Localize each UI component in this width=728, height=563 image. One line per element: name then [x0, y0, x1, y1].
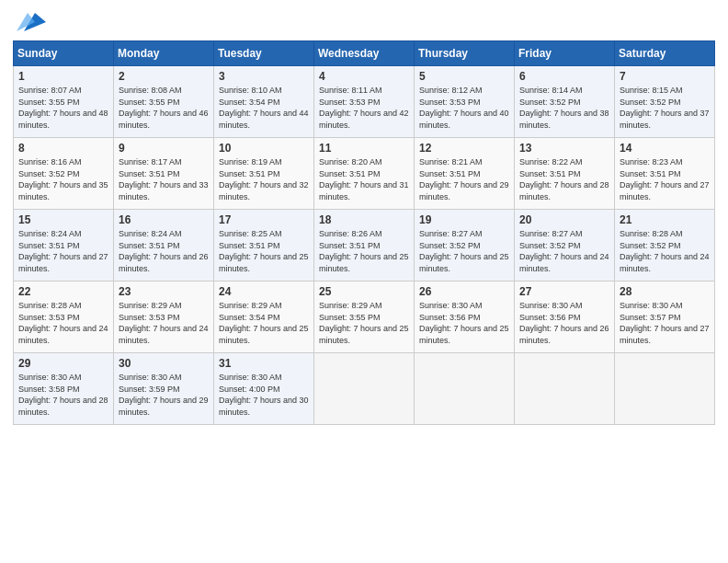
calendar-cell — [415, 353, 515, 425]
header — [13, 9, 715, 35]
page-container: SundayMondayTuesdayWednesdayThursdayFrid… — [0, 0, 728, 434]
day-number: 5 — [419, 70, 509, 83]
header-row: SundayMondayTuesdayWednesdayThursdayFrid… — [14, 41, 715, 66]
calendar-cell: 5Sunrise: 8:12 AMSunset: 3:53 PMDaylight… — [415, 66, 515, 138]
day-info: Sunrise: 8:11 AMSunset: 3:53 PMDaylight:… — [319, 85, 409, 131]
logo — [13, 9, 46, 35]
calendar-cell: 6Sunrise: 8:14 AMSunset: 3:52 PMDaylight… — [515, 66, 615, 138]
calendar-cell: 21Sunrise: 8:28 AMSunset: 3:52 PMDayligh… — [615, 210, 715, 282]
calendar-week-row: 15Sunrise: 8:24 AMSunset: 3:51 PMDayligh… — [14, 210, 715, 282]
calendar-cell: 23Sunrise: 8:29 AMSunset: 3:53 PMDayligh… — [114, 282, 214, 353]
day-number: 1 — [18, 70, 108, 83]
calendar-cell: 20Sunrise: 8:27 AMSunset: 3:52 PMDayligh… — [515, 210, 615, 282]
day-number: 29 — [18, 357, 108, 370]
day-info: Sunrise: 8:15 AMSunset: 3:52 PMDaylight:… — [620, 85, 710, 131]
calendar-cell: 18Sunrise: 8:26 AMSunset: 3:51 PMDayligh… — [314, 210, 415, 282]
day-info: Sunrise: 8:08 AMSunset: 3:55 PMDaylight:… — [119, 85, 209, 131]
day-number: 14 — [620, 142, 710, 155]
day-number: 26 — [419, 285, 509, 298]
day-of-week-header: Saturday — [615, 41, 715, 66]
day-number: 15 — [18, 213, 108, 226]
day-info: Sunrise: 8:29 AMSunset: 3:54 PMDaylight:… — [219, 300, 309, 346]
calendar-cell: 28Sunrise: 8:30 AMSunset: 3:57 PMDayligh… — [615, 282, 715, 353]
day-number: 9 — [119, 142, 209, 155]
day-info: Sunrise: 8:28 AMSunset: 3:52 PMDaylight:… — [620, 228, 710, 274]
day-info: Sunrise: 8:24 AMSunset: 3:51 PMDaylight:… — [18, 228, 108, 274]
calendar-cell: 8Sunrise: 8:16 AMSunset: 3:52 PMDaylight… — [14, 138, 114, 210]
day-number: 4 — [319, 70, 409, 83]
calendar-cell: 7Sunrise: 8:15 AMSunset: 3:52 PMDaylight… — [615, 66, 715, 138]
day-info: Sunrise: 8:22 AMSunset: 3:51 PMDaylight:… — [519, 156, 609, 202]
day-number: 23 — [119, 285, 209, 298]
day-info: Sunrise: 8:29 AMSunset: 3:53 PMDaylight:… — [119, 300, 209, 346]
logo-icon — [17, 9, 46, 35]
day-number: 19 — [419, 213, 509, 226]
calendar-week-row: 22Sunrise: 8:28 AMSunset: 3:53 PMDayligh… — [14, 282, 715, 353]
calendar-cell: 30Sunrise: 8:30 AMSunset: 3:59 PMDayligh… — [114, 353, 214, 425]
day-info: Sunrise: 8:28 AMSunset: 3:53 PMDaylight:… — [18, 300, 108, 346]
day-info: Sunrise: 8:30 AMSunset: 4:00 PMDaylight:… — [219, 372, 309, 418]
day-info: Sunrise: 8:12 AMSunset: 3:53 PMDaylight:… — [419, 85, 509, 131]
day-info: Sunrise: 8:23 AMSunset: 3:51 PMDaylight:… — [620, 156, 710, 202]
day-info: Sunrise: 8:20 AMSunset: 3:51 PMDaylight:… — [319, 156, 409, 202]
day-info: Sunrise: 8:10 AMSunset: 3:54 PMDaylight:… — [219, 85, 309, 131]
day-number: 17 — [219, 213, 309, 226]
calendar-cell: 12Sunrise: 8:21 AMSunset: 3:51 PMDayligh… — [415, 138, 515, 210]
day-info: Sunrise: 8:30 AMSunset: 3:57 PMDaylight:… — [620, 300, 710, 346]
day-number: 8 — [18, 142, 108, 155]
day-info: Sunrise: 8:07 AMSunset: 3:55 PMDaylight:… — [18, 85, 108, 131]
day-number: 3 — [219, 70, 309, 83]
day-info: Sunrise: 8:26 AMSunset: 3:51 PMDaylight:… — [319, 228, 409, 274]
day-of-week-header: Tuesday — [214, 41, 314, 66]
calendar-cell: 15Sunrise: 8:24 AMSunset: 3:51 PMDayligh… — [14, 210, 114, 282]
calendar-cell: 10Sunrise: 8:19 AMSunset: 3:51 PMDayligh… — [214, 138, 314, 210]
day-number: 21 — [620, 213, 710, 226]
calendar-cell: 3Sunrise: 8:10 AMSunset: 3:54 PMDaylight… — [214, 66, 314, 138]
day-info: Sunrise: 8:17 AMSunset: 3:51 PMDaylight:… — [119, 156, 209, 202]
day-info: Sunrise: 8:27 AMSunset: 3:52 PMDaylight:… — [519, 228, 609, 274]
calendar-cell: 19Sunrise: 8:27 AMSunset: 3:52 PMDayligh… — [415, 210, 515, 282]
calendar-cell: 27Sunrise: 8:30 AMSunset: 3:56 PMDayligh… — [515, 282, 615, 353]
day-info: Sunrise: 8:30 AMSunset: 3:58 PMDaylight:… — [18, 372, 108, 418]
calendar-cell: 29Sunrise: 8:30 AMSunset: 3:58 PMDayligh… — [14, 353, 114, 425]
day-info: Sunrise: 8:29 AMSunset: 3:55 PMDaylight:… — [319, 300, 409, 346]
day-number: 18 — [319, 213, 409, 226]
day-info: Sunrise: 8:24 AMSunset: 3:51 PMDaylight:… — [119, 228, 209, 274]
calendar-week-row: 29Sunrise: 8:30 AMSunset: 3:58 PMDayligh… — [14, 353, 715, 425]
day-number: 2 — [119, 70, 209, 83]
day-number: 20 — [519, 213, 609, 226]
calendar-cell: 17Sunrise: 8:25 AMSunset: 3:51 PMDayligh… — [214, 210, 314, 282]
day-number: 11 — [319, 142, 409, 155]
day-number: 28 — [620, 285, 710, 298]
calendar-cell: 16Sunrise: 8:24 AMSunset: 3:51 PMDayligh… — [114, 210, 214, 282]
day-number: 13 — [519, 142, 609, 155]
day-of-week-header: Sunday — [14, 41, 114, 66]
calendar-cell: 1Sunrise: 8:07 AMSunset: 3:55 PMDaylight… — [14, 66, 114, 138]
calendar-cell: 9Sunrise: 8:17 AMSunset: 3:51 PMDaylight… — [114, 138, 214, 210]
day-number: 31 — [219, 357, 309, 370]
day-info: Sunrise: 8:27 AMSunset: 3:52 PMDaylight:… — [419, 228, 509, 274]
day-info: Sunrise: 8:21 AMSunset: 3:51 PMDaylight:… — [419, 156, 509, 202]
calendar-cell: 22Sunrise: 8:28 AMSunset: 3:53 PMDayligh… — [14, 282, 114, 353]
calendar-cell — [515, 353, 615, 425]
calendar-cell: 11Sunrise: 8:20 AMSunset: 3:51 PMDayligh… — [314, 138, 415, 210]
calendar-cell: 24Sunrise: 8:29 AMSunset: 3:54 PMDayligh… — [214, 282, 314, 353]
day-number: 25 — [319, 285, 409, 298]
calendar-cell: 14Sunrise: 8:23 AMSunset: 3:51 PMDayligh… — [615, 138, 715, 210]
day-number: 10 — [219, 142, 309, 155]
day-number: 12 — [419, 142, 509, 155]
day-of-week-header: Wednesday — [314, 41, 415, 66]
calendar-cell: 2Sunrise: 8:08 AMSunset: 3:55 PMDaylight… — [114, 66, 214, 138]
calendar-week-row: 8Sunrise: 8:16 AMSunset: 3:52 PMDaylight… — [14, 138, 715, 210]
day-info: Sunrise: 8:25 AMSunset: 3:51 PMDaylight:… — [219, 228, 309, 274]
day-info: Sunrise: 8:30 AMSunset: 3:56 PMDaylight:… — [419, 300, 509, 346]
calendar-cell — [314, 353, 415, 425]
day-number: 7 — [620, 70, 710, 83]
day-info: Sunrise: 8:14 AMSunset: 3:52 PMDaylight:… — [519, 85, 609, 131]
day-info: Sunrise: 8:16 AMSunset: 3:52 PMDaylight:… — [18, 156, 108, 202]
calendar-table: SundayMondayTuesdayWednesdayThursdayFrid… — [13, 40, 715, 425]
calendar-cell: 31Sunrise: 8:30 AMSunset: 4:00 PMDayligh… — [214, 353, 314, 425]
day-number: 22 — [18, 285, 108, 298]
day-number: 24 — [219, 285, 309, 298]
day-of-week-header: Thursday — [415, 41, 515, 66]
